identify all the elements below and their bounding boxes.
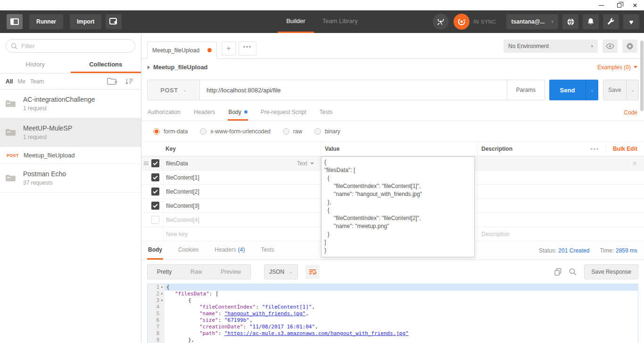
view-pretty[interactable]: Pretty (148, 265, 181, 279)
drag-handle-icon[interactable] (144, 162, 149, 165)
tab-builder[interactable]: Builder (278, 10, 314, 33)
sort-icon[interactable] (125, 78, 135, 85)
import-button[interactable]: Import (70, 14, 101, 29)
fold-arrow-icon[interactable]: ▾ (159, 284, 165, 291)
row-checkbox[interactable] (151, 216, 159, 224)
view-raw[interactable]: Raw (181, 265, 211, 279)
interceptor-button[interactable] (562, 14, 578, 29)
key-cell[interactable]: fileContent[1] (166, 174, 199, 181)
tab-authorization[interactable]: Authorization (147, 105, 181, 121)
new-folder-icon[interactable] (107, 77, 117, 85)
notifications-button[interactable] (583, 14, 599, 29)
headers-count: (4) (238, 246, 245, 253)
response-tab-cookies[interactable]: Cookies (177, 241, 199, 260)
tab-tests[interactable]: Tests (319, 105, 333, 121)
send-dropdown-button[interactable]: ⌄ (586, 80, 598, 100)
response-tab-body[interactable]: Body (147, 241, 163, 260)
settings-button[interactable] (603, 14, 619, 29)
url-input[interactable] (200, 80, 507, 100)
wrap-lines-button[interactable] (305, 265, 320, 279)
response-code-viewer[interactable]: 1▾{2▾"filesData": [3▾{4"fileContentIndex… (147, 284, 638, 343)
collection-item[interactable]: AC-integrationChallenge 1 request (0, 90, 141, 118)
request-item[interactable]: POST Meetup_fileUpload (0, 147, 141, 164)
tab-headers[interactable]: Headers (193, 105, 215, 121)
minimize-icon[interactable] (594, 0, 608, 10)
response-tab-tests[interactable]: Tests (260, 241, 275, 260)
collection-item-selected[interactable]: MeetUP-MuleSP 1 request (0, 118, 141, 147)
copy-icon[interactable] (554, 268, 561, 276)
collapse-caret-icon[interactable] (148, 65, 150, 69)
user-menu[interactable]: tsantana@... ▾ (506, 14, 558, 29)
tab-collections[interactable]: Collections (71, 57, 141, 73)
maximize-icon[interactable] (612, 0, 626, 10)
search-response-icon[interactable] (569, 268, 577, 276)
description-cell[interactable] (477, 213, 608, 227)
environment-select[interactable]: No Environment ▾ (504, 40, 598, 53)
row-checkbox[interactable] (151, 188, 159, 196)
value-type-select[interactable]: Text (297, 160, 314, 167)
new-key-placeholder[interactable]: New key (166, 231, 188, 237)
radio-form-data[interactable]: form-data (153, 128, 188, 135)
request-bar-wrap: POST ⌄ Params Send ⌄ Save ⌄ (141, 75, 644, 105)
radio-binary[interactable]: binary (314, 128, 340, 135)
description-cell[interactable] (477, 171, 608, 184)
key-cell[interactable]: fileContent[3] (166, 203, 199, 209)
row-checkbox[interactable] (151, 202, 159, 210)
view-preview[interactable]: Preview (211, 265, 250, 279)
scrollbar-thumb[interactable] (640, 41, 644, 111)
triangle-down-icon (634, 66, 637, 68)
new-tab-button[interactable]: + (222, 41, 236, 56)
scope-me[interactable]: Me (17, 78, 25, 85)
row-checkbox[interactable] (151, 159, 159, 167)
environment-settings-button[interactable] (622, 40, 637, 53)
request-name: Meetup_fileUpload (24, 152, 74, 159)
description-cell[interactable] (477, 185, 608, 198)
fold-arrow-icon[interactable]: ▾ (159, 291, 165, 297)
new-window-icon (109, 18, 118, 25)
send-button[interactable]: Send (549, 80, 586, 100)
row-checkbox[interactable] (151, 173, 159, 181)
capture-requests-button[interactable] (433, 14, 449, 30)
chevron-down-icon: ⌄ (590, 88, 594, 92)
runner-button[interactable]: Runner (29, 14, 63, 29)
status-label: Status: (539, 247, 556, 254)
scope-all[interactable]: All (6, 78, 13, 85)
description-cell[interactable] (477, 199, 608, 212)
bulk-edit-link[interactable]: Bulk Edit (606, 146, 637, 152)
favorites-button[interactable]: ♥ (623, 14, 639, 29)
radio-raw[interactable]: raw (283, 128, 302, 135)
format-select[interactable]: JSON ⌄ (264, 264, 298, 279)
environment-preview-button[interactable] (603, 40, 618, 53)
key-cell[interactable]: fileContent[2] (166, 188, 199, 195)
fold-arrow-icon[interactable]: ▾ (159, 297, 165, 304)
close-icon[interactable]: ✕ (628, 0, 642, 10)
key-cell[interactable]: fileContent[4] (166, 217, 199, 223)
filter-input[interactable] (21, 42, 125, 49)
save-button[interactable]: Save (603, 80, 627, 100)
remove-row-icon[interactable]: ✕ (632, 160, 637, 167)
tab-options-button[interactable]: ••• (239, 41, 256, 56)
radio-x-www-form-urlencoded[interactable]: x-www-form-urlencoded (200, 128, 270, 135)
collection-item[interactable]: Postman Echo 37 requests (0, 164, 141, 193)
sync-status-button[interactable] (454, 14, 470, 30)
open-request-tab[interactable]: Meetup_fileUpload (147, 41, 217, 59)
key-cell[interactable]: filesData (166, 160, 188, 167)
save-dropdown-button[interactable]: ⌄ (627, 80, 639, 100)
code-link[interactable]: Code (624, 109, 637, 116)
response-tab-headers[interactable]: Headers(4) (214, 241, 246, 260)
scope-team[interactable]: Team (30, 78, 44, 85)
new-description-placeholder[interactable]: Description (481, 231, 510, 237)
table-menu-icon[interactable]: ••• (590, 146, 599, 152)
tab-body[interactable]: Body (228, 105, 248, 121)
tab-team-library[interactable]: Team Library (314, 10, 366, 33)
params-button[interactable]: Params (507, 80, 545, 100)
examples-dropdown[interactable]: Examples (0) (597, 64, 637, 71)
tab-history[interactable]: History (0, 57, 71, 73)
method-select[interactable]: POST ⌄ (147, 80, 200, 100)
value-editor-textarea[interactable]: { "filesData": [ { "fileContentIndex": "… (322, 157, 474, 257)
tab-pre-request-script[interactable]: Pre-request Script (260, 105, 307, 121)
save-response-button[interactable]: Save Response (584, 264, 638, 279)
description-cell[interactable] (477, 156, 608, 170)
sidebar-toggle-button[interactable] (7, 14, 23, 29)
new-window-button[interactable] (106, 14, 122, 29)
